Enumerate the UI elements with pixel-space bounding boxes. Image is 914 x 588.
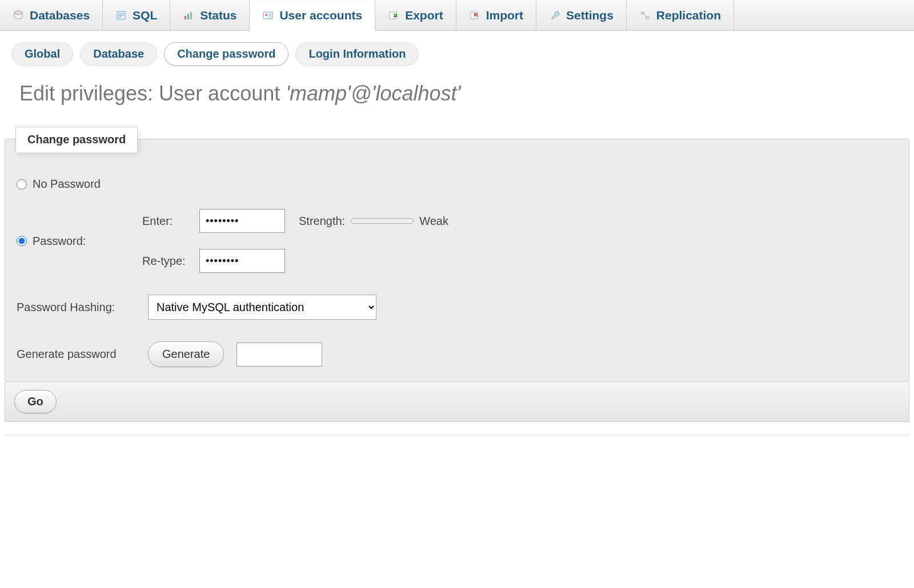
subtab-database[interactable]: Database <box>80 42 157 66</box>
sub-nav: Global Database Change password Login In… <box>0 31 914 70</box>
strength-text: Weak <box>419 215 448 228</box>
generate-output[interactable] <box>236 343 322 367</box>
subtab-login-information[interactable]: Login Information <box>295 42 419 66</box>
page-title-prefix: Edit privileges: User account <box>19 82 286 105</box>
tab-import[interactable]: Import <box>456 0 536 30</box>
import-icon <box>469 10 480 21</box>
svg-rect-4 <box>190 12 192 19</box>
tab-databases-label: Databases <box>30 9 90 22</box>
page-title: Edit privileges: User account 'mamp'@'lo… <box>0 70 914 110</box>
password-retype-input[interactable] <box>199 249 285 273</box>
strength-meter <box>351 218 414 224</box>
wrench-icon <box>549 10 560 21</box>
hashing-label: Password Hashing: <box>17 301 148 314</box>
tab-settings[interactable]: Settings <box>536 0 627 30</box>
subtab-change-password[interactable]: Change password <box>164 42 288 66</box>
password-label: Password: <box>33 235 86 248</box>
fieldset-legend: Change password <box>15 127 138 152</box>
change-password-fieldset: Change password No Password Password: En… <box>5 139 909 382</box>
go-button[interactable]: Go <box>14 390 57 413</box>
tab-import-label: Import <box>486 9 523 22</box>
tab-user-accounts-label: User accounts <box>279 9 362 22</box>
sql-icon <box>115 10 127 21</box>
tab-status-label: Status <box>200 9 236 22</box>
enter-label: Enter: <box>142 215 199 228</box>
subtab-global[interactable]: Global <box>11 42 73 66</box>
divider <box>5 434 909 435</box>
tab-settings-label: Settings <box>566 9 614 22</box>
svg-rect-3 <box>187 14 189 19</box>
retype-label: Re-type: <box>142 255 199 268</box>
radio-password[interactable] <box>17 236 27 246</box>
submit-bar: Go <box>5 382 909 422</box>
generate-label: Generate password <box>17 348 148 361</box>
tab-status[interactable]: Status <box>170 0 250 30</box>
svg-point-6 <box>265 14 267 16</box>
tab-databases[interactable]: Databases <box>0 0 103 30</box>
password-enter-input[interactable] <box>199 209 285 233</box>
database-icon <box>13 10 24 21</box>
svg-point-9 <box>641 12 644 14</box>
svg-point-10 <box>646 17 649 19</box>
tab-export[interactable]: Export <box>375 0 456 30</box>
user-accounts-icon <box>262 10 274 21</box>
tab-replication-label: Replication <box>656 9 721 22</box>
tab-export-label: Export <box>405 9 443 22</box>
status-icon <box>183 10 194 21</box>
replication-icon <box>639 10 651 21</box>
svg-rect-2 <box>185 16 186 19</box>
svg-point-0 <box>14 11 22 14</box>
tab-sql-label: SQL <box>133 9 157 22</box>
tab-user-accounts[interactable]: User accounts <box>250 1 375 31</box>
strength-label: Strength: <box>299 215 345 228</box>
tab-sql[interactable]: SQL <box>103 0 170 30</box>
generate-button[interactable]: Generate <box>148 341 224 367</box>
radio-no-password[interactable] <box>17 179 27 190</box>
page-title-user: 'mamp'@'localhost' <box>286 82 460 105</box>
no-password-label: No Password <box>33 178 101 191</box>
export-icon <box>388 10 399 21</box>
top-nav: Databases SQL Status User accounts Expor… <box>0 0 914 31</box>
tab-replication[interactable]: Replication <box>627 0 734 30</box>
hashing-select[interactable]: Native MySQL authentication <box>148 295 376 320</box>
